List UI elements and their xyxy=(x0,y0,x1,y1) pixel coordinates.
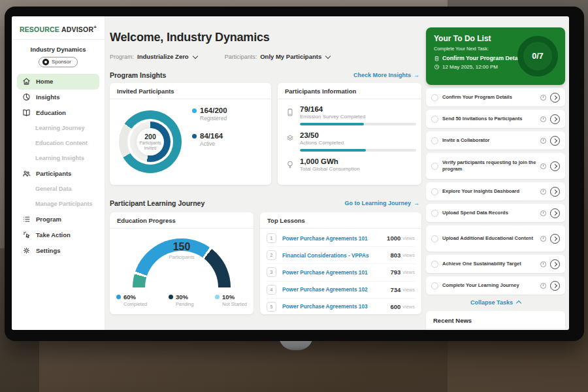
brand-logo: RESOURCEADVISOR+ xyxy=(12,16,105,40)
brand-plus: + xyxy=(93,24,97,30)
lesson-rank: 2 xyxy=(267,250,276,260)
task-item[interactable]: Invite a Collaborator xyxy=(426,131,565,150)
legend-item-pending: 30% Pending xyxy=(169,293,194,307)
task-label: Upload Spend Data Records xyxy=(442,210,536,216)
gauge-center-label: Participants xyxy=(133,254,231,260)
sponsor-badge-label: Sponsor xyxy=(52,59,71,65)
go-to-learning-journey-link[interactable]: Go to Learning Journey→ xyxy=(344,200,419,206)
task-label: Invite a Collaborator xyxy=(442,137,536,144)
gauge-center-value: 150 xyxy=(133,241,231,253)
arrow-right-icon: → xyxy=(414,72,419,78)
task-radio[interactable] xyxy=(431,210,438,217)
clock-icon xyxy=(540,163,546,169)
task-open-button[interactable] xyxy=(550,208,560,218)
clock-icon xyxy=(540,210,546,216)
participants-icon xyxy=(22,169,31,178)
program-dropdown[interactable]: Program: Industrialize Zero xyxy=(110,53,197,60)
sponsor-icon xyxy=(42,59,49,65)
task-radio[interactable] xyxy=(431,188,438,195)
card-title: Participants Information xyxy=(278,83,421,99)
sidebar-item-take-action[interactable]: Take Action xyxy=(17,227,99,243)
check-more-insights-link[interactable]: Check More Insights→ xyxy=(353,72,419,78)
task-open-button[interactable] xyxy=(550,281,560,291)
sidebar-item-label: General Data xyxy=(35,186,72,192)
donut-center-label: Invited xyxy=(144,146,157,151)
legend-dot xyxy=(169,295,173,299)
sidebar-item-general-data[interactable]: General Data xyxy=(17,182,99,197)
participants-dropdown-value: Only My Participants xyxy=(260,53,321,60)
chevron-right-icon xyxy=(552,189,557,193)
task-item[interactable]: Upload Spend Data Records xyxy=(426,204,565,222)
stat-value: 23/50 xyxy=(300,131,416,139)
task-item[interactable]: Complete Your Learning Journey xyxy=(426,276,565,295)
lesson-title-link[interactable]: Financial Considerations - VPPAs xyxy=(282,252,390,259)
lesson-title-link[interactable]: Power Purchase Agreements 103 xyxy=(282,303,390,310)
chevron-right-icon xyxy=(552,116,557,121)
card-title: Invited Participants xyxy=(110,83,271,99)
sidebar-item-settings[interactable]: Settings xyxy=(17,243,99,259)
legend-value: 84/164 xyxy=(200,132,223,140)
sidebar-item-education-content[interactable]: Education Content xyxy=(17,136,99,151)
task-item[interactable]: Upload Additional Educational Content xyxy=(426,225,565,252)
task-open-button[interactable] xyxy=(550,234,560,244)
legend-item-not-started: 10% Not Started xyxy=(215,293,247,307)
donut-center-value: 200 xyxy=(144,133,156,140)
chevron-right-icon xyxy=(552,95,557,99)
collapse-tasks-link[interactable]: Collapse Tasks xyxy=(426,299,565,306)
legend-value: 30% xyxy=(176,293,188,301)
participants-dropdown[interactable]: Participants: Only My Participants xyxy=(225,53,331,60)
task-radio[interactable] xyxy=(431,282,438,289)
task-open-button[interactable] xyxy=(550,259,560,269)
task-open-button[interactable] xyxy=(550,93,560,103)
program-list-icon xyxy=(22,215,31,223)
lesson-views-suffix: views xyxy=(402,269,415,275)
sidebar-item-insights[interactable]: Insights xyxy=(17,90,99,105)
sidebar-item-manage-participants[interactable]: Manage Participants xyxy=(17,197,99,212)
clock-icon xyxy=(540,261,546,267)
sidebar-item-program[interactable]: Program xyxy=(17,212,99,227)
task-radio[interactable] xyxy=(431,261,438,268)
sidebar-item-home[interactable]: Home xyxy=(17,74,99,90)
task-label: Send 50 Invitations to Participants xyxy=(442,116,536,122)
stat-label: Total Global Consumption xyxy=(300,166,360,172)
education-progress-card: Education Progress 150 Participants 60% … xyxy=(110,212,253,314)
task-open-button[interactable] xyxy=(550,187,560,197)
survey-clipboard-icon xyxy=(286,108,295,117)
task-open-button[interactable] xyxy=(550,114,560,124)
task-radio[interactable] xyxy=(431,116,438,123)
task-radio[interactable] xyxy=(431,94,438,101)
task-item[interactable]: Explore Your Insights Dashboard xyxy=(426,182,565,201)
sidebar-item-education[interactable]: Education xyxy=(17,105,99,121)
lightbulb-icon xyxy=(286,160,295,169)
legend-item-registered: 164/200 Registered xyxy=(192,106,227,122)
task-item[interactable]: Achieve One Sustainability Target xyxy=(426,255,565,273)
sidebar-item-learning-insights[interactable]: Learning Insights xyxy=(17,151,99,166)
progress-bar xyxy=(300,149,416,152)
stat-actions-completed: 23/50 Actions Completed xyxy=(286,131,414,152)
sidebar-item-label: Home xyxy=(36,78,53,85)
lesson-title-link[interactable]: Power Purchase Agreements 102 xyxy=(282,286,390,293)
sidebar-item-label: Insights xyxy=(36,93,59,101)
task-open-button[interactable] xyxy=(550,136,560,146)
sidebar-item-learning-journey[interactable]: Learning Journey xyxy=(17,121,99,136)
task-item[interactable]: Confirm Your Program Details xyxy=(426,88,565,106)
task-radio[interactable] xyxy=(431,137,438,144)
task-radio[interactable] xyxy=(431,163,438,170)
lesson-views: 734 xyxy=(390,286,400,293)
lesson-title-link[interactable]: Power Purchase Agreements 101 xyxy=(282,269,390,276)
task-item[interactable]: Verify participants requesting to join t… xyxy=(426,153,565,179)
invited-participants-card: Invited Participants 200 Participants In… xyxy=(110,83,271,185)
brand-name-primary: RESOURCE xyxy=(20,25,59,33)
top-lessons-card: Top Lessons 1 Power Purchase Agreements … xyxy=(260,212,421,314)
lesson-views-suffix: views xyxy=(402,252,415,258)
task-open-button[interactable] xyxy=(550,161,560,171)
lesson-title-link[interactable]: Power Purchase Agreements 101 xyxy=(282,235,387,242)
sponsor-badge: Sponsor xyxy=(39,57,78,67)
section-title: Participant Learning Journey xyxy=(110,199,204,207)
legend-dot xyxy=(116,295,121,299)
task-radio[interactable] xyxy=(431,235,438,242)
sidebar-item-participants[interactable]: Participants xyxy=(17,166,99,182)
sidebar-item-label: Program xyxy=(36,216,61,223)
legend-dot xyxy=(192,108,197,113)
task-item[interactable]: Send 50 Invitations to Participants xyxy=(426,110,565,128)
